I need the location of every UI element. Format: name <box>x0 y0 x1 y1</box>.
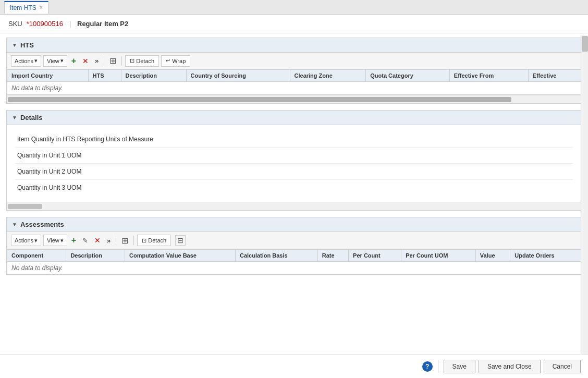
assessments-view-label: View <box>47 237 59 243</box>
assessments-wrap-icon: ⊟ <box>175 235 186 246</box>
vertical-scrollbar[interactable] <box>581 35 588 356</box>
hts-col-effective-from: Effective From <box>449 70 528 82</box>
hts-actions-chevron: ▾ <box>34 57 38 64</box>
hts-col-quota-category: Quota Category <box>366 70 450 82</box>
hts-scrollbar-thumb[interactable] <box>8 97 511 102</box>
hts-more-icon: » <box>95 57 99 65</box>
details-scrollbar[interactable] <box>7 202 581 210</box>
hts-view-dropdown[interactable]: View ▾ <box>43 55 67 67</box>
assessments-more-button[interactable]: » <box>105 236 113 246</box>
details-section-title: Details <box>20 114 43 121</box>
cancel-button[interactable]: Cancel <box>544 360 581 373</box>
assessments-toolbar: Actions ▾ View ▾ + ✎ ✕ » <box>7 232 581 249</box>
assessments-freeze-button[interactable]: ⊞ <box>119 235 130 247</box>
details-item-3: Quantity in Unit 3 UOM <box>15 180 573 196</box>
hts-section-header: ▼ HTS <box>7 38 581 53</box>
hts-actions-label: Actions <box>15 58 33 64</box>
details-item-2: Quantity in Unit 2 UOM <box>15 164 573 180</box>
assessments-toolbar-sep2 <box>133 236 134 245</box>
save-close-button[interactable]: Save and Close <box>479 360 541 373</box>
help-button[interactable]: ? <box>422 361 433 372</box>
assessments-delete-button[interactable]: ✕ <box>92 235 103 246</box>
hts-table: Import Country HTS Description Country o… <box>7 69 581 95</box>
assessments-section-header: ▼ Assessments <box>7 217 581 232</box>
assessments-wrap-button[interactable]: ⊟ <box>173 234 188 247</box>
assessments-detach-label: Detach <box>148 237 166 243</box>
hts-collapse-icon[interactable]: ▼ <box>12 42 17 48</box>
help-label: ? <box>425 363 429 370</box>
assess-col-rate: Rate <box>317 250 348 262</box>
content-area: ▼ HTS Actions ▾ View ▾ + ✕ <box>0 33 588 376</box>
hts-detach-button[interactable]: ⊡ Detach <box>125 55 159 67</box>
details-section: ▼ Details Item Quantity in HTS Reporting… <box>6 110 582 211</box>
hts-freeze-button[interactable]: ⊞ <box>107 55 118 67</box>
tab-close-icon[interactable]: × <box>40 5 43 10</box>
assessments-actions-dropdown[interactable]: Actions ▾ <box>11 235 41 246</box>
details-section-header: ▼ Details <box>7 111 581 125</box>
sku-label: SKU <box>8 20 22 28</box>
assess-col-per-count: Per Count <box>349 250 401 262</box>
hts-toolbar-sep1 <box>104 56 104 66</box>
page-footer: ? Save Save and Close Cancel <box>0 354 588 378</box>
hts-wrap-icon: ↵ <box>166 57 170 64</box>
hts-actions-dropdown[interactable]: Actions ▾ <box>11 55 41 67</box>
assessments-detach-icon: ⊡ <box>142 237 146 244</box>
assessments-section: ▼ Assessments Actions ▾ View ▾ + ✎ <box>6 217 582 275</box>
assess-col-value: Value <box>475 250 510 262</box>
assessments-actions-chevron: ▾ <box>34 237 38 244</box>
assessments-freeze-icon: ⊞ <box>121 236 128 246</box>
hts-view-chevron: ▾ <box>60 57 64 64</box>
assessments-edit-button[interactable]: ✎ <box>80 236 90 246</box>
hts-freeze-icon: ⊞ <box>109 56 116 66</box>
tab-label: Item HTS <box>10 4 36 11</box>
hts-toolbar-sep2 <box>121 56 122 66</box>
details-scrollbar-thumb[interactable] <box>8 204 42 209</box>
details-item-1: Quantity in Unit 1 UOM <box>15 148 573 164</box>
vertical-scrollbar-thumb[interactable] <box>582 36 588 52</box>
hts-wrap-button[interactable]: ↵ Wrap <box>161 55 190 67</box>
hts-wrap-label: Wrap <box>172 58 186 64</box>
assessments-add-button[interactable]: + <box>69 235 78 246</box>
details-item-0-label: Item Quantity in HTS Reporting Units of … <box>17 136 153 143</box>
assessments-more-icon: » <box>107 237 111 245</box>
hts-x-icon: ✕ <box>82 57 89 65</box>
assessments-x-icon: ✕ <box>94 236 101 245</box>
assessments-view-chevron: ▾ <box>60 237 64 244</box>
details-item-1-label: Quantity in Unit 1 UOM <box>17 152 81 159</box>
hts-toolbar: Actions ▾ View ▾ + ✕ » ⊞ <box>7 53 581 69</box>
assessments-collapse-icon[interactable]: ▼ <box>12 222 17 227</box>
details-item-3-label: Quantity in Unit 3 UOM <box>17 184 81 191</box>
save-button[interactable]: Save <box>444 360 475 373</box>
hts-section-title: HTS <box>20 41 34 49</box>
hts-grid-container: Import Country HTS Description Country o… <box>7 69 581 95</box>
hts-plus-icon: + <box>71 56 76 66</box>
hts-view-label: View <box>47 58 59 64</box>
assessments-edit-icon: ✎ <box>82 237 88 245</box>
assess-col-component: Component <box>7 250 66 262</box>
assess-col-update-orders: Update Orders <box>510 250 581 262</box>
details-content: Item Quantity in HTS Reporting Units of … <box>7 125 581 202</box>
assessments-actions-label: Actions <box>15 237 33 243</box>
page-header: SKU *100900516 | Regular Item P2 <box>0 15 588 33</box>
assess-col-computation-value-base: Computation Value Base <box>125 250 235 262</box>
details-item-0: Item Quantity in HTS Reporting Units of … <box>15 131 573 148</box>
hts-add-button[interactable]: + <box>69 55 78 67</box>
assessments-view-dropdown[interactable]: View ▾ <box>43 235 67 246</box>
hts-col-import-country: Import Country <box>7 70 89 82</box>
hts-col-effective: Effective <box>528 70 581 82</box>
assess-col-calculation-basis: Calculation Basis <box>235 250 317 262</box>
hts-delete-button[interactable]: ✕ <box>80 56 91 66</box>
hts-scrollbar[interactable] <box>7 95 581 103</box>
details-collapse-icon[interactable]: ▼ <box>12 115 17 120</box>
hts-detach-icon: ⊡ <box>130 57 134 64</box>
assess-col-description: Description <box>66 250 125 262</box>
hts-col-hts: HTS <box>88 70 121 82</box>
hts-more-button[interactable]: » <box>93 56 101 66</box>
hts-detach-label: Detach <box>136 58 154 64</box>
item-hts-tab[interactable]: Item HTS × <box>4 1 48 14</box>
tab-bar: Item HTS × <box>0 0 588 15</box>
assessments-detach-button[interactable]: ⊡ Detach <box>137 235 171 246</box>
assessments-no-data: No data to display. <box>7 262 581 275</box>
footer-separator <box>438 360 438 373</box>
assessments-section-title: Assessments <box>20 221 64 228</box>
